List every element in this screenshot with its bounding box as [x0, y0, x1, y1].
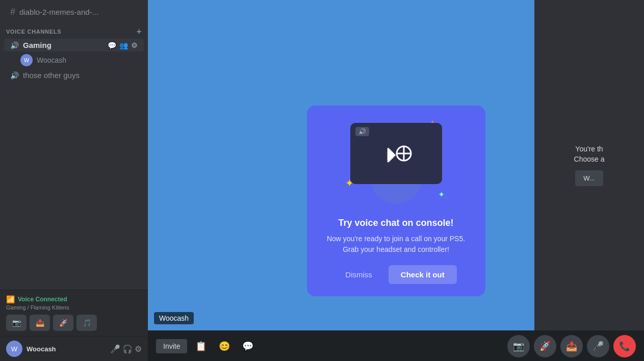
music-button[interactable]: 🎵 — [76, 315, 97, 331]
right-panel: You're th Choose a W... — [534, 0, 644, 330]
check-it-out-button[interactable]: Check it out — [389, 265, 457, 284]
ps-screen: 🔊 ⏵ — [350, 123, 442, 184]
user-avatar: W — [6, 341, 22, 357]
camera-toggle-button[interactable]: 📷 — [6, 315, 27, 331]
woocash-avatar: W — [20, 54, 33, 66]
modal-illustration: ✦ ✦ ✦ 🔊 ⏵ — [340, 118, 452, 210]
modal-title: Try voice chat on console! — [338, 218, 453, 228]
hash-icon: # — [10, 7, 15, 17]
add-voice-channel-button[interactable]: + — [137, 27, 142, 36]
voice-channels-label: VOICE CHANNELS — [6, 29, 61, 35]
other-voice-channel[interactable]: 🔊 those other guys — [4, 69, 144, 82]
right-panel-text1: You're th Choose a — [574, 144, 605, 164]
voice-connected-status: 📶 Voice Connected — [6, 295, 142, 303]
user-controls: 🎤 🎧 ⚙ — [110, 344, 142, 354]
share-screen-button[interactable]: 📤 — [560, 335, 583, 357]
channel-list: # diablo-2-memes-and-... VOICE CHANNELS … — [0, 0, 148, 290]
settings-icon[interactable]: ⚙ — [131, 41, 138, 49]
speaker-icon: 🔊 — [10, 41, 19, 49]
user-bar: W Woocash 🎤 🎧 ⚙ — [0, 336, 148, 361]
add-member-icon[interactable]: 👥 — [119, 41, 128, 49]
invite-button[interactable]: Invite — [156, 339, 187, 353]
speaker-icon-2: 🔊 — [10, 71, 19, 80]
camera-button[interactable]: 📷 — [507, 335, 530, 357]
main-content: Woocash You're th Choose a W... Invite 📋… — [148, 0, 644, 361]
chat-panel-button[interactable]: 💬 — [238, 337, 257, 356]
chat-icon[interactable]: 💬 — [108, 41, 116, 49]
other-channel-label: those other guys — [23, 71, 80, 80]
voice-channels-header: VOICE CHANNELS + — [0, 20, 148, 38]
sparkle-teal-icon: ✦ — [438, 190, 445, 199]
video-user-badge: Woocash — [154, 312, 194, 324]
activity-launch-button[interactable]: 🚀 — [534, 335, 556, 357]
volume-icon: 🔊 — [355, 127, 369, 136]
modal-card: ✦ ✦ ✦ 🔊 ⏵ — [307, 106, 485, 296]
modal-buttons: Dismiss Check it out — [319, 265, 473, 284]
gaming-user-woocash[interactable]: W Woocash — [4, 52, 144, 68]
choose-button[interactable]: W... — [575, 170, 603, 186]
voice-connected-bar: 📶 Voice Connected Gaming / Flaming Kitte… — [0, 290, 148, 336]
gaming-voice-channel[interactable]: 🔊 Gaming 💬 👥 ⚙ — [4, 39, 144, 51]
mute-button[interactable]: 🎤 — [110, 344, 120, 354]
signal-icon: 📶 — [6, 295, 15, 303]
bottom-toolbar: Invite 📋 😊 💬 📷 🚀 📤 🎤 📞 — [148, 330, 644, 361]
woocash-label: Woocash — [37, 56, 66, 64]
voice-connected-label: Voice Connected — [18, 296, 67, 303]
activity-button[interactable]: 🚀 — [53, 315, 73, 331]
modal-body: Now you're ready to join a call on your … — [319, 234, 473, 255]
text-channel-item[interactable]: # diablo-2-memes-and-... — [4, 5, 144, 19]
sidebar: # diablo-2-memes-and-... VOICE CHANNELS … — [0, 0, 148, 361]
end-call-button[interactable]: 📞 — [613, 335, 636, 357]
text-channel-label: diablo-2-memes-and-... — [19, 8, 98, 16]
gaming-channel-label: Gaming — [23, 41, 51, 49]
emoji-button[interactable]: 😊 — [215, 337, 234, 356]
username-label: Woocash — [27, 345, 110, 353]
dismiss-button[interactable]: Dismiss — [335, 265, 382, 284]
user-settings-button[interactable]: ⚙ — [135, 344, 142, 354]
playstation-logo: ⏵ — [378, 140, 414, 168]
mic-button[interactable]: 🎤 — [587, 335, 609, 357]
deafen-button[interactable]: 🎧 — [122, 344, 133, 354]
voice-channel-path: Gaming / Flaming Kittens — [6, 304, 142, 311]
voice-action-buttons: 📷 📤 🚀 🎵 — [6, 315, 142, 331]
channel-actions: 💬 👥 ⚙ — [108, 41, 138, 49]
clipboard-button[interactable]: 📋 — [191, 337, 211, 356]
screen-share-button[interactable]: 📤 — [30, 315, 50, 331]
